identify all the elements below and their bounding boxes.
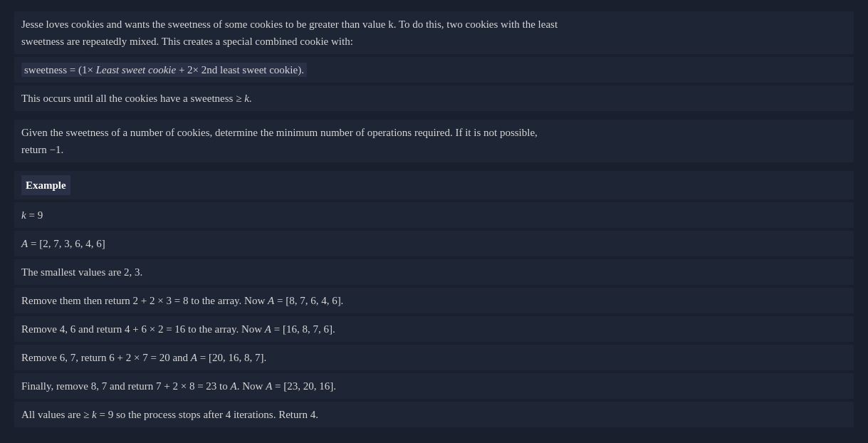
step2-block: Remove 4, 6 and return 4 + 6 × 2 = 16 to… xyxy=(14,316,854,342)
example-title-block: Example xyxy=(14,171,854,199)
formula-text: sweetness = (1× Least sweet cookie + 2× … xyxy=(21,63,307,77)
k-value: k = 9 xyxy=(21,209,43,221)
a-value: A = [2, 7, 3, 6, 4, 6] xyxy=(21,238,105,249)
k-value-block: k = 9 xyxy=(14,202,854,228)
condition-block: This occurs until all the cookies have a… xyxy=(14,85,854,111)
a-value-block: A = [2, 7, 3, 6, 4, 6] xyxy=(14,231,854,256)
intro-block: Jesse loves cookies and wants the sweetn… xyxy=(14,11,854,54)
desc-text: The smallest values are 2, 3. xyxy=(21,266,142,278)
step2-text: Remove 4, 6 and return 4 + 6 × 2 = 16 to… xyxy=(21,323,335,335)
desc-block: The smallest values are 2, 3. xyxy=(14,259,854,285)
step4-text: Finally, remove 8, 7 and return 7 + 2 × … xyxy=(21,380,336,392)
problem-line2: return −1. xyxy=(21,144,63,155)
step1-text: Remove them then return 2 + 2 × 3 = 8 to… xyxy=(21,295,343,306)
problem-block: Given the sweetness of a number of cooki… xyxy=(14,120,854,162)
step1-block: Remove them then return 2 + 2 × 3 = 8 to… xyxy=(14,288,854,313)
conclusion-block: All values are ≥ k = 9 so the process st… xyxy=(14,402,854,427)
formula-block: sweetness = (1× Least sweet cookie + 2× … xyxy=(14,57,854,83)
step3-text: Remove 6, 7, return 6 + 2 × 7 = 20 and A… xyxy=(21,352,266,363)
problem-line1: Given the sweetness of a number of cooki… xyxy=(21,127,538,138)
condition-text: This occurs until all the cookies have a… xyxy=(21,93,252,104)
conclusion-text: All values are ≥ k = 9 so the process st… xyxy=(21,409,318,420)
intro-text-line2: sweetness are repeatedly mixed. This cre… xyxy=(21,36,353,47)
main-content: Jesse loves cookies and wants the sweetn… xyxy=(14,11,854,427)
intro-text-line1: Jesse loves cookies and wants the sweetn… xyxy=(21,19,558,30)
example-title: Example xyxy=(21,175,70,195)
step3-block: Remove 6, 7, return 6 + 2 × 7 = 20 and A… xyxy=(14,345,854,370)
step4-block: Finally, remove 8, 7 and return 7 + 2 × … xyxy=(14,373,854,399)
